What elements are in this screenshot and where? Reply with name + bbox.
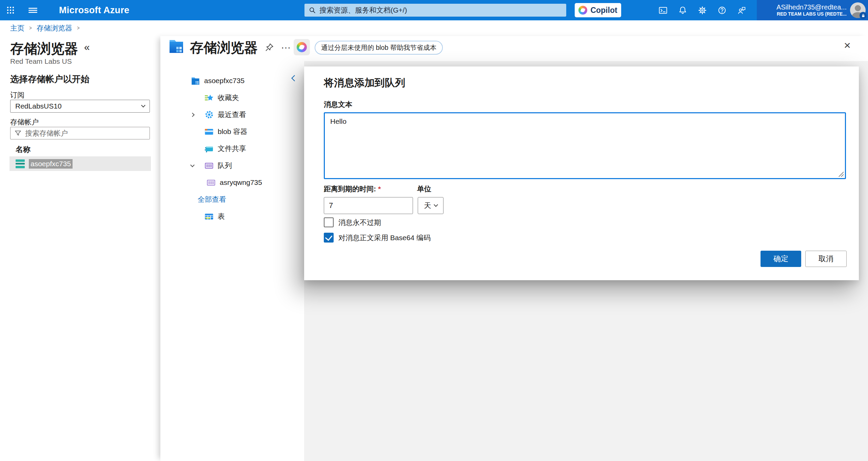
lock-badge-icon — [860, 12, 867, 19]
copilot-suggestion-chip[interactable]: 通过分层未使用的 blob 帮助我节省成本 — [315, 41, 443, 55]
never-expire-row[interactable]: 消息永不过期 — [324, 217, 381, 227]
see-all-label: 全部查看 — [198, 195, 226, 204]
message-text-input[interactable]: Hello — [324, 112, 846, 179]
subscription-label: 订阅 — [10, 90, 24, 100]
storage-account-row[interactable]: asoepfxc735 — [9, 156, 151, 171]
add-message-dialog: 将消息添加到队列 消息文本 Hello 距离到期的时间:* 单位 天 消息永不过… — [304, 66, 859, 280]
close-icon[interactable]: × — [844, 39, 851, 52]
page-title: 存储浏览器 — [10, 39, 78, 58]
queue-icon — [204, 161, 214, 170]
recent-icon — [204, 110, 214, 119]
tree-item-recent[interactable]: 最近查看 — [160, 106, 304, 123]
breadcrumb: 主页 > 存储浏览器 > — [10, 20, 80, 36]
global-search[interactable] — [304, 4, 566, 17]
pin-icon[interactable] — [265, 43, 274, 53]
storage-browser-sidebar: 存储浏览器 « Red Team Labs US 选择存储帐户以开始 订阅 Re… — [0, 36, 160, 461]
top-bar: Microsoft Azure Copilot — [0, 0, 868, 20]
portal-menu-button[interactable] — [21, 0, 45, 20]
storage-browser-icon — [191, 76, 200, 85]
tree-item-queue-asryqwng735[interactable]: asryqwng735 — [160, 174, 304, 191]
tree-item-queues[interactable]: 队列 — [160, 157, 304, 174]
base64-checkbox[interactable] — [324, 233, 334, 243]
collapse-sidebar-icon[interactable]: « — [84, 41, 90, 53]
unit-label: 单位 — [417, 184, 431, 194]
storage-browser-icon — [169, 38, 184, 56]
avatar[interactable] — [850, 2, 866, 18]
subscription-select[interactable]: RedLabsUS10 — [10, 100, 150, 113]
hamburger-icon — [28, 6, 38, 14]
file-share-icon — [204, 144, 214, 153]
blob-container-icon — [204, 127, 214, 136]
tree-item-blob-containers[interactable]: blob 容器 — [160, 123, 304, 140]
storage-account-name: asoepfxc735 — [29, 159, 73, 169]
blade-header: 存储浏览器 … 通过分层未使用的 blob 帮助我节省成本 × — [160, 36, 868, 61]
search-icon — [309, 6, 316, 14]
expiry-input[interactable] — [324, 197, 413, 214]
tree-item-label: asoepfxc735 — [204, 77, 244, 85]
tree-see-all-link[interactable]: 全部查看 — [160, 191, 304, 208]
never-expire-checkbox[interactable] — [324, 217, 334, 227]
chevron-right-icon: > — [77, 25, 79, 32]
azure-portal: Microsoft Azure Copilot — [0, 0, 868, 461]
account-filter[interactable] — [10, 127, 150, 139]
cloud-shell-icon — [658, 6, 668, 15]
storage-account-label: 存储帐户 — [10, 117, 39, 127]
storage-browser-blade: 存储浏览器 … 通过分层未使用的 blob 帮助我节省成本 × — [160, 36, 868, 461]
breadcrumb-home[interactable]: 主页 — [10, 23, 24, 33]
ok-button[interactable]: 确定 — [761, 251, 801, 267]
breadcrumb-storage-browser[interactable]: 存储浏览器 — [37, 23, 72, 33]
unit-value: 天 — [424, 201, 431, 210]
account-menu[interactable]: ASilhedn735@redtea... RED TEAM LABS US (… — [757, 0, 868, 20]
tree-item-label: 文件共享 — [218, 144, 246, 153]
tree-item-label: 队列 — [218, 161, 232, 170]
copilot-button[interactable]: Copilot — [575, 3, 621, 17]
tree-item-file-shares[interactable]: 文件共享 — [160, 140, 304, 157]
top-bar-icons — [655, 3, 749, 18]
app-launcher-button[interactable] — [0, 0, 21, 20]
name-column-header: 名称 — [16, 145, 31, 155]
select-account-heading: 选择存储帐户以开始 — [10, 73, 90, 85]
filter-icon — [14, 129, 22, 137]
account-info: ASilhedn735@redtea... RED TEAM LABS US (… — [776, 3, 847, 17]
more-options-button[interactable]: … — [281, 39, 292, 51]
cancel-button[interactable]: 取消 — [805, 251, 847, 267]
help-button[interactable] — [714, 3, 729, 18]
tree-item-label: blob 容器 — [218, 127, 248, 136]
tree-item-label: 最近查看 — [218, 110, 246, 119]
help-icon — [717, 6, 727, 15]
base64-label: 对消息正文采用 Base64 编码 — [338, 233, 431, 243]
chevron-down-icon — [190, 163, 195, 167]
tree-item-favorites[interactable]: 收藏夹 — [160, 89, 304, 106]
tree-item-label: 收藏夹 — [218, 93, 239, 102]
gear-icon — [698, 6, 707, 15]
blade-title: 存储浏览器 — [190, 38, 258, 57]
feedback-icon — [737, 6, 746, 15]
brand-title[interactable]: Microsoft Azure — [59, 5, 130, 16]
cloud-shell-button[interactable] — [655, 3, 670, 18]
expiry-label: 距离到期的时间:* — [324, 184, 381, 194]
base64-row[interactable]: 对消息正文采用 Base64 编码 — [324, 233, 431, 243]
queue-icon — [206, 178, 216, 187]
copilot-suggestion-button[interactable] — [294, 39, 310, 55]
account-filter-input[interactable] — [25, 129, 146, 137]
page-subtitle: Red Team Labs US — [10, 57, 72, 65]
waffle-icon — [6, 6, 15, 14]
table-icon — [204, 212, 214, 221]
dialog-title: 将消息添加到队列 — [324, 76, 405, 90]
copilot-label: Copilot — [590, 6, 617, 15]
notifications-button[interactable] — [675, 3, 690, 18]
tree-item-label: asryqwng735 — [220, 178, 262, 187]
chevron-down-icon — [434, 203, 438, 207]
tree-item-account[interactable]: asoepfxc735 — [160, 72, 304, 89]
favorites-icon — [204, 93, 214, 102]
settings-button[interactable] — [695, 3, 710, 18]
copilot-icon — [297, 42, 307, 52]
feedback-button[interactable] — [734, 3, 749, 18]
tree-item-tables[interactable]: 表 — [160, 208, 304, 225]
copilot-icon — [578, 6, 587, 15]
search-input[interactable] — [319, 6, 562, 14]
required-asterisk: * — [378, 185, 381, 193]
chevron-down-icon — [141, 103, 145, 108]
unit-select[interactable]: 天 — [418, 197, 443, 214]
bell-icon — [678, 6, 687, 15]
